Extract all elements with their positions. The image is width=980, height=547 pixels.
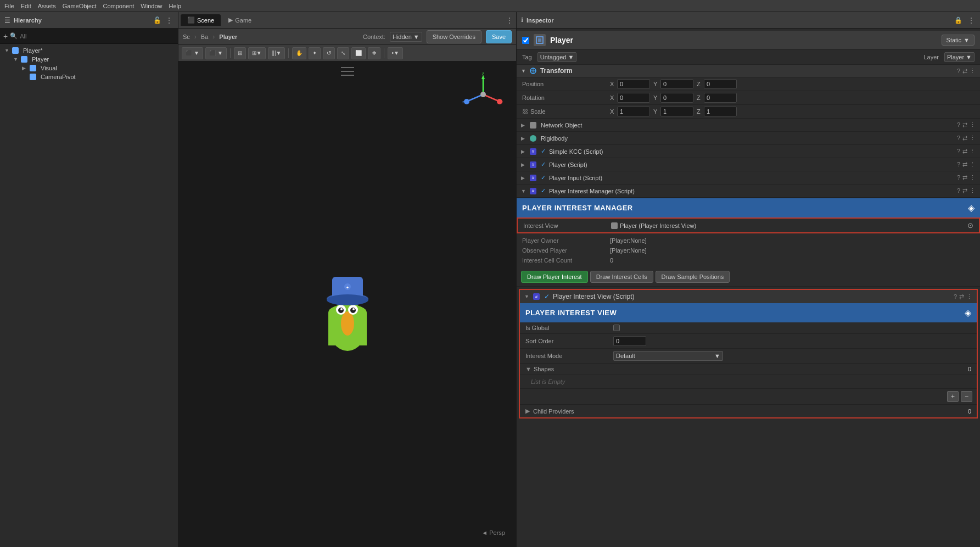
breadcrumb-sc[interactable]: Sc xyxy=(183,34,190,40)
position-x-input[interactable] xyxy=(617,79,650,89)
comp-help-btn[interactable]: ? xyxy=(957,135,960,142)
comp-more-btn[interactable]: ⋮ xyxy=(970,187,976,194)
toolbar-grid-btn[interactable]: ⊞ xyxy=(234,47,246,59)
component-player-interest-manager[interactable]: ▼ # ✓ Player Interest Manager (Script) ?… xyxy=(517,185,980,198)
rotation-x-input[interactable] xyxy=(617,93,650,103)
static-badge[interactable]: Static ▼ xyxy=(942,35,975,46)
toolbar-transform-btn[interactable]: ⬛ ▼ xyxy=(182,47,203,59)
rotation-fields: X Y Z xyxy=(610,93,975,103)
comp-settings-btn[interactable]: ⇄ xyxy=(962,121,967,129)
context-dropdown[interactable]: Hidden ▼ xyxy=(390,32,422,42)
scene-menu-lines[interactable] xyxy=(341,67,354,76)
transform-more-btn[interactable]: ⋮ xyxy=(970,68,976,75)
inspector-more-icon[interactable]: ⋮ xyxy=(967,15,976,25)
rotation-y-input[interactable] xyxy=(660,93,693,103)
layer-dropdown[interactable]: Player ▼ xyxy=(944,52,975,62)
add-icon[interactable]: + xyxy=(3,32,8,41)
list-remove-button[interactable]: − xyxy=(961,391,972,402)
component-simple-kcc[interactable]: ▶ # ✓ Simple KCC (Script) ? ⇄ ⋮ xyxy=(517,145,980,158)
shapes-row[interactable]: ▼ Shapes 0 xyxy=(520,364,977,375)
comp-help-btn[interactable]: ? xyxy=(957,174,960,181)
transform-section-header[interactable]: ▼ Transform ? ⇄ ⋮ xyxy=(517,65,980,77)
toolbar-scale-btn[interactable]: ⤡ xyxy=(337,47,349,59)
component-rigidbody[interactable]: ▶ Rigidbody ? ⇄ ⋮ xyxy=(517,132,980,145)
position-y-field: Y xyxy=(653,79,693,89)
transform-settings-btn[interactable]: ⇄ xyxy=(962,68,967,75)
tab-scene[interactable]: ⬛ Scene xyxy=(181,14,221,26)
menu-window[interactable]: Window xyxy=(141,3,162,9)
scale-x-input[interactable] xyxy=(617,107,650,116)
inspector-lock-icon[interactable]: 🔒 xyxy=(953,15,964,25)
comp-settings-btn[interactable]: ⇄ xyxy=(962,135,967,142)
tab-game[interactable]: ▶ Game xyxy=(222,14,258,26)
menu-assets[interactable]: Assets xyxy=(38,3,56,9)
object-enabled-checkbox[interactable] xyxy=(522,37,529,44)
object-name[interactable]: Player xyxy=(550,36,937,44)
menu-edit[interactable]: Edit xyxy=(21,3,31,9)
save-button[interactable]: Save xyxy=(486,30,512,43)
comp-help-btn[interactable]: ? xyxy=(957,161,960,168)
toolbar-grid2-btn[interactable]: ⊞▼ xyxy=(248,47,266,59)
piv-settings-btn[interactable]: ⇄ xyxy=(959,293,964,300)
toolbar-grid3-btn[interactable]: |||▼ xyxy=(268,47,285,59)
shapes-label: Shapes xyxy=(534,366,968,372)
comp-settings-btn[interactable]: ⇄ xyxy=(962,174,967,181)
toolbar-snap-btn[interactable]: ⬛ ▼ xyxy=(205,47,227,59)
toolbar-hand-btn[interactable]: ✋ xyxy=(292,47,306,59)
component-network-object[interactable]: ▶ Network Object ? ⇄ ⋮ xyxy=(517,119,980,132)
interest-mode-dropdown[interactable]: Default ▼ xyxy=(613,351,723,361)
comp-more-btn[interactable]: ⋮ xyxy=(970,148,976,155)
comp-more-btn[interactable]: ⋮ xyxy=(970,161,976,168)
piv-more-btn[interactable]: ⋮ xyxy=(966,293,972,300)
comp-more-btn[interactable]: ⋮ xyxy=(970,174,976,181)
hierarchy-lock-icon[interactable]: 🔓 xyxy=(152,15,163,25)
is-global-checkbox[interactable] xyxy=(613,325,620,331)
child-providers-row[interactable]: ▶ Child Providers 0 xyxy=(520,405,977,417)
sort-order-input[interactable] xyxy=(613,336,646,346)
draw-interest-cells-button[interactable]: Draw Interest Cells xyxy=(590,271,653,283)
toolbar-rect-btn[interactable]: ⬜ xyxy=(351,47,366,59)
component-player-input[interactable]: ▶ # ✓ Player Input (Script) ? ⇄ ⋮ xyxy=(517,171,980,185)
scene-viewport[interactable]: y x z xyxy=(178,62,516,547)
comp-arrow: ▶ xyxy=(521,149,527,154)
hierarchy-item-player[interactable]: ▼ Player xyxy=(0,55,178,64)
comp-settings-btn[interactable]: ⇄ xyxy=(962,148,967,155)
toolbar-rotate-btn[interactable]: ↺ xyxy=(323,47,335,59)
show-overrides-button[interactable]: Show Overrides xyxy=(427,30,481,43)
toolbar-move-btn[interactable]: ✦ xyxy=(309,47,321,59)
scale-y-input[interactable] xyxy=(660,107,693,116)
hierarchy-item-visual[interactable]: ▶ Visual xyxy=(0,64,178,72)
comp-more-btn[interactable]: ⋮ xyxy=(970,135,976,142)
toolbar-dot-btn[interactable]: •▼ xyxy=(388,47,402,59)
hierarchy-more-icon[interactable]: ⋮ xyxy=(165,15,173,25)
comp-settings-btn[interactable]: ⇄ xyxy=(962,187,967,194)
hierarchy-item-player-star[interactable]: ▼ Player* xyxy=(0,46,178,55)
comp-help-btn[interactable]: ? xyxy=(957,187,960,194)
menu-component[interactable]: Component xyxy=(103,3,134,9)
scale-z-input[interactable] xyxy=(704,107,737,116)
comp-help-btn[interactable]: ? xyxy=(957,121,960,129)
rotation-z-input[interactable] xyxy=(704,93,737,103)
hierarchy-search-input[interactable] xyxy=(20,33,175,40)
comp-settings-btn[interactable]: ⇄ xyxy=(962,161,967,168)
piv-help-btn[interactable]: ? xyxy=(954,293,957,300)
position-z-input[interactable] xyxy=(704,79,737,89)
transform-help-btn[interactable]: ? xyxy=(957,68,960,75)
breadcrumb-player[interactable]: Player xyxy=(219,34,237,40)
draw-player-interest-button[interactable]: Draw Player Interest xyxy=(521,271,588,283)
toolbar-combined-btn[interactable]: ❖ xyxy=(368,47,380,59)
hierarchy-item-camera-pivot[interactable]: ▶ CameraPivot xyxy=(0,72,178,81)
component-player-script[interactable]: ▶ # ✓ Player (Script) ? ⇄ ⋮ xyxy=(517,158,980,171)
menu-gameobject[interactable]: GameObject xyxy=(63,3,97,9)
list-add-button[interactable]: + xyxy=(947,391,959,402)
position-y-input[interactable] xyxy=(660,79,693,89)
draw-sample-positions-button[interactable]: Draw Sample Positions xyxy=(656,271,730,283)
comp-more-btn[interactable]: ⋮ xyxy=(970,121,976,129)
comp-help-btn[interactable]: ? xyxy=(957,148,960,155)
interest-view-circle-btn[interactable]: ⊙ xyxy=(967,221,973,230)
menu-help[interactable]: Help xyxy=(169,3,181,9)
tag-dropdown[interactable]: Untagged ▼ xyxy=(537,52,577,62)
scene-more-icon[interactable]: ⋮ xyxy=(505,15,514,25)
menu-file[interactable]: File xyxy=(4,3,14,9)
breadcrumb-ba[interactable]: Ba xyxy=(201,34,208,40)
